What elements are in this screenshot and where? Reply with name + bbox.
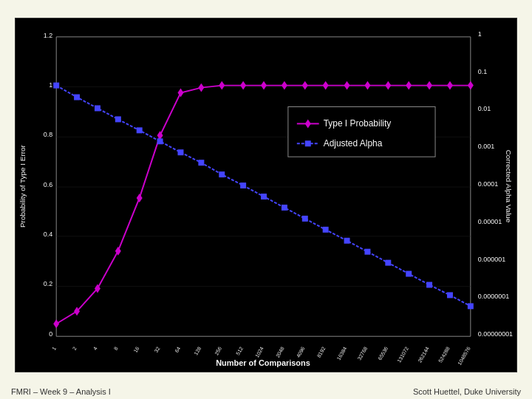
svg-text:0.00000001: 0.00000001 [478, 330, 513, 338]
svg-text:0.6: 0.6 [44, 181, 52, 188]
svg-text:0.00001: 0.00001 [478, 217, 502, 225]
svg-text:Type I Probability: Type I Probability [324, 118, 392, 129]
svg-rect-92 [288, 106, 435, 157]
svg-rect-78 [198, 160, 204, 166]
svg-rect-79 [219, 171, 225, 177]
main-container: 0 0.2 0.4 0.6 0.8 1 1.2 0.00000001 0.000… [0, 0, 532, 399]
svg-text:0.1: 0.1 [478, 67, 487, 75]
svg-rect-76 [157, 138, 163, 144]
svg-text:Adjusted Alpha: Adjusted Alpha [324, 138, 383, 149]
svg-text:1: 1 [49, 81, 52, 88]
svg-rect-86 [364, 248, 370, 254]
footer: FMRI – Week 9 – Analysis I Scott Huettel… [0, 386, 532, 399]
svg-text:0.0001: 0.0001 [478, 180, 498, 188]
svg-text:0.8: 0.8 [44, 131, 52, 138]
svg-text:Number of Comparisons: Number of Comparisons [216, 358, 310, 367]
svg-rect-77 [178, 149, 184, 155]
svg-text:0: 0 [49, 330, 52, 338]
svg-rect-90 [447, 292, 453, 298]
svg-rect-89 [426, 282, 432, 287]
svg-text:0.4: 0.4 [44, 230, 52, 237]
svg-rect-97 [305, 140, 311, 146]
svg-rect-74 [115, 116, 121, 122]
chart-wrapper: 0 0.2 0.4 0.6 0.8 1 1.2 0.00000001 0.000… [15, 18, 517, 372]
svg-rect-87 [385, 259, 391, 265]
svg-rect-75 [137, 127, 143, 133]
svg-text:0.2: 0.2 [44, 280, 52, 287]
svg-text:0.001: 0.001 [478, 143, 494, 150]
svg-rect-82 [282, 204, 287, 210]
footer-right: Scott Huettel, Duke University [413, 387, 521, 396]
svg-text:1: 1 [478, 30, 482, 37]
svg-rect-88 [406, 270, 412, 276]
svg-text:0.000001: 0.000001 [478, 255, 505, 262]
chart-svg: 0 0.2 0.4 0.6 0.8 1 1.2 0.00000001 0.000… [16, 18, 516, 372]
footer-left: FMRI – Week 9 – Analysis I [11, 387, 111, 396]
svg-rect-73 [95, 105, 100, 111]
svg-rect-81 [261, 194, 267, 200]
svg-rect-85 [344, 237, 350, 243]
svg-text:Probability of Type I Error: Probability of Type I Error [18, 144, 27, 228]
svg-rect-84 [323, 226, 329, 232]
svg-rect-80 [240, 183, 246, 188]
chart-area: 0 0.2 0.4 0.6 0.8 1 1.2 0.00000001 0.000… [0, 0, 532, 386]
svg-rect-91 [468, 303, 474, 309]
svg-rect-71 [53, 82, 59, 88]
svg-text:Corrected Alpha Value: Corrected Alpha Value [505, 149, 513, 222]
svg-text:0.0000001: 0.0000001 [478, 293, 509, 300]
svg-text:0.01: 0.01 [478, 105, 491, 112]
svg-rect-72 [74, 94, 80, 100]
svg-rect-83 [302, 215, 308, 221]
svg-text:1.2: 1.2 [44, 31, 52, 38]
